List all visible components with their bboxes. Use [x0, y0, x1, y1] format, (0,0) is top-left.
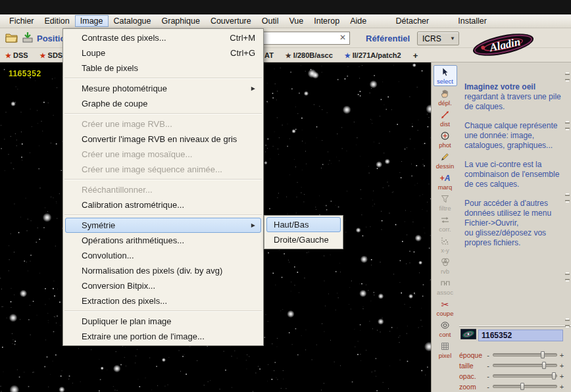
opac-slider[interactable] [493, 374, 557, 378]
submenu-item-haut-bas[interactable]: Haut/Bas [266, 217, 341, 232]
help-paragraph-5: ou glissez/déposez vos propres fichiers. [464, 228, 563, 248]
minus-button[interactable]: - [485, 362, 491, 369]
tool-filtre[interactable]: filtre [434, 193, 457, 212]
menu-item-loupe[interactable]: Loupe Ctrl+G [63, 45, 263, 61]
slider-thumb[interactable] [541, 351, 545, 358]
open-folder-icon[interactable] [5, 32, 18, 46]
add-plane-button[interactable]: + [413, 51, 418, 61]
plus-button[interactable]: + [559, 362, 564, 369]
clear-icon[interactable]: ✕ [339, 33, 346, 42]
tool-cont[interactable]: cont [434, 319, 457, 339]
tool-dist[interactable]: dist [434, 109, 457, 128]
load-image-icon[interactable] [21, 32, 34, 46]
splitter-grip[interactable] [565, 274, 570, 280]
menu-item-calibration-astrometrique[interactable]: Calibration astrométrique... [63, 197, 263, 212]
plane-star-icon: ★ [40, 52, 46, 59]
tool-rvb[interactable]: rvb [434, 256, 457, 276]
tool-xy[interactable]: x-y [434, 235, 457, 255]
menu-item-creer-sequence-animee[interactable]: Créer une image séquence animée... [63, 162, 263, 177]
tool-coupe[interactable]: ✂ coupe [434, 298, 457, 318]
tool-marq[interactable]: +A marq [434, 172, 457, 191]
plus-button[interactable]: + [559, 373, 564, 380]
plane-thumbnail-icon [460, 329, 476, 342]
menu-aide[interactable]: Aide [345, 15, 372, 27]
menu-item-normalisation[interactable]: Normalisation des pixels (div. by avg) [63, 263, 263, 278]
menu-item-reechantillonner[interactable]: Rééchantillonner... [63, 182, 263, 197]
splitter-grip[interactable] [565, 195, 570, 201]
menu-item-graphe-de-coupe[interactable]: Graphe de coupe [63, 96, 263, 111]
stack-row-plane[interactable]: 1165352 [460, 329, 563, 342]
plane-label: 1165352 [9, 69, 41, 78]
help-paragraph-2: Chaque calque représente une donnée: ima… [464, 121, 563, 151]
splitter-grip[interactable] [565, 74, 570, 80]
menu-item-creer-mosaique[interactable]: Créer une image mosaïque... [63, 147, 263, 162]
minus-button[interactable]: - [485, 373, 491, 380]
frame-select[interactable]: ICRS ▼ [417, 32, 459, 45]
menu-item-symetrie[interactable]: Symétrie ▶ [65, 218, 261, 233]
menu-item-extraire-portion[interactable]: Extraire une portion de l'image... [63, 329, 263, 344]
tool-depl[interactable]: dépl. [434, 87, 457, 107]
rgb-circles-icon [440, 257, 451, 268]
menu-item-creer-rvb[interactable]: Créer une image RVB... [63, 116, 263, 132]
menu-edition[interactable]: Edition [39, 15, 75, 27]
menu-item-contraste[interactable]: Contraste des pixels... Ctrl+M [63, 30, 263, 45]
menu-catalogue[interactable]: Catalogue [109, 15, 157, 27]
tab-dss[interactable]: ★ DSS [5, 51, 28, 59]
shortcut-label: Ctrl+G [230, 48, 255, 58]
epoque-slider[interactable] [493, 353, 557, 356]
menu-interop[interactable]: Interop [309, 15, 345, 27]
menu-item-operations-arithmetiques[interactable]: Opérations arithmétiques... [63, 233, 263, 248]
tab-ii271a-patch2[interactable]: ★ II/271A/patch2 [345, 51, 401, 59]
menu-installer[interactable]: Installer [453, 15, 492, 27]
splitter-grip[interactable] [565, 320, 570, 326]
contour-icon [440, 320, 450, 331]
menu-graphique[interactable]: Graphique [157, 15, 205, 27]
tab-at[interactable]: AT [264, 51, 274, 59]
minus-button[interactable]: - [485, 383, 491, 390]
tool-pixel[interactable]: pixel [434, 340, 457, 360]
photometry-icon [440, 130, 450, 141]
menu-item-convolution[interactable]: Convolution... [63, 248, 263, 263]
menu-separator [64, 214, 262, 216]
menu-item-table-de-pixels[interactable]: Table de pixels [63, 61, 263, 76]
menu-outil[interactable]: Outil [257, 15, 284, 27]
menu-vue[interactable]: Vue [284, 15, 309, 27]
menu-item-conversion-bitpix[interactable]: Conversion Bitpix... [63, 278, 263, 293]
slider-thumb[interactable] [520, 383, 524, 390]
menu-item-dupliquer-plan[interactable]: Dupliquer le plan image [63, 314, 263, 329]
menu-item-mesure-photometrique[interactable]: Mesure photométrique ▶ [63, 81, 263, 96]
submenu-item-droite-gauche[interactable]: Droite/Gauche [264, 232, 343, 247]
menu-separator [64, 78, 262, 79]
menu-image[interactable]: Image [75, 15, 109, 27]
plus-button[interactable]: + [559, 383, 564, 390]
minus-button[interactable]: - [485, 352, 491, 358]
menu-detacher[interactable]: Détacher [390, 15, 434, 27]
tool-assoc[interactable]: assoc [434, 277, 457, 297]
splitter-grip[interactable] [565, 122, 570, 129]
tab-i280b-ascc[interactable]: ★ I/280B/ascc [286, 51, 333, 59]
menu-item-convertir-rvb-gris[interactable]: Convertir l'image RVB en niveaux de gris [63, 132, 263, 147]
menu-separator [64, 310, 262, 312]
plane-tabs-left: ★ DSS ★ SDSS [5, 48, 68, 62]
help-panel: Imaginez votre oeil regardant à travers … [459, 62, 567, 257]
menu-item-extraction-pixels[interactable]: Extraction des pixels... [63, 293, 263, 308]
slider-thumb[interactable] [552, 372, 556, 380]
tool-corr[interactable]: corr. [434, 214, 457, 233]
correlate-arrows-icon [440, 214, 450, 226]
help-paragraph-3: La vue ci-contre est la combinaison de l… [464, 160, 563, 189]
zoom-slider[interactable] [493, 385, 557, 388]
plus-button[interactable]: + [559, 352, 564, 358]
plane-star-icon: ★ [286, 52, 291, 59]
menu-couverture[interactable]: Couverture [205, 15, 257, 27]
hand-icon [440, 88, 450, 99]
tool-phot[interactable]: phot [434, 130, 457, 149]
slider-opac: opac. - + [459, 372, 564, 380]
tool-dessin[interactable]: dessin [434, 151, 457, 170]
menu-fichier[interactable]: Fichier [4, 15, 39, 27]
tool-select[interactable]: select [434, 65, 457, 86]
slider-thumb[interactable] [542, 362, 546, 369]
taille-slider[interactable] [493, 364, 557, 367]
chevron-down-icon: ▼ [447, 36, 459, 41]
select-icon [440, 66, 450, 78]
tool-column: select dépl. dist phot dessin [431, 62, 459, 392]
